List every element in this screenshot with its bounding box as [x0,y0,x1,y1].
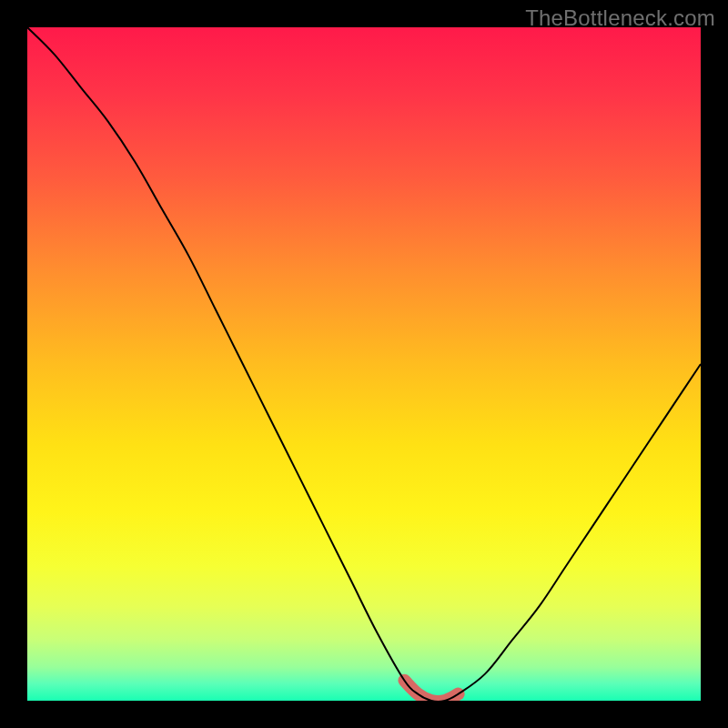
bottleneck-chart [27,27,701,701]
plot-area [27,27,701,701]
gradient-background [27,27,701,701]
chart-frame: TheBottleneck.com [0,0,728,728]
watermark-text: TheBottleneck.com [525,5,715,31]
